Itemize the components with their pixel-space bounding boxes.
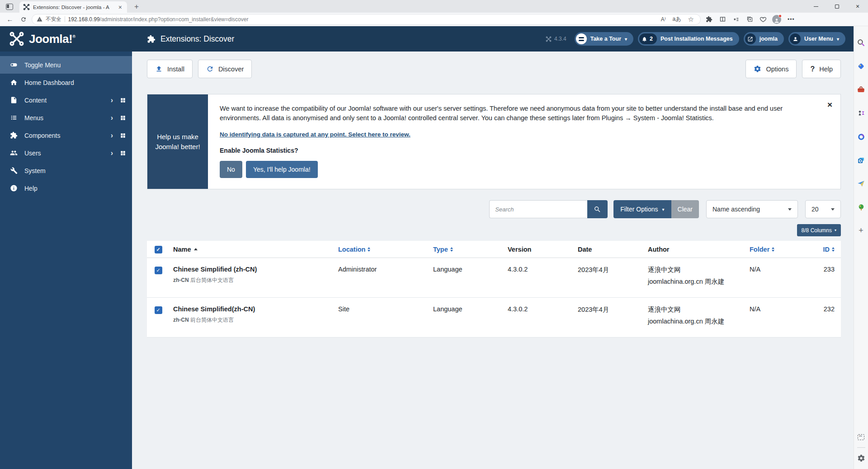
no-button[interactable]: No: [220, 161, 242, 178]
translate-icon[interactable]: aあ: [671, 15, 683, 23]
extension-subtitle: zh-CN 后台简体中文语言: [173, 277, 335, 284]
location-cell: Administrator: [335, 266, 429, 297]
toggle-icon: [10, 61, 18, 69]
dashboard-grid-icon[interactable]: [120, 150, 126, 156]
table-row: Chinese Simplified (zh-CN) zh-CN 后台简体中文语…: [147, 258, 841, 298]
browser-toolbar: ← 不安全 192.168.0.99/administrator/index.p…: [0, 13, 868, 26]
date-cell: 2023年4月: [574, 266, 644, 297]
column-header-type[interactable]: Type: [433, 246, 453, 253]
extension-subtitle: zh-CN 前台简体中文语言: [173, 316, 335, 324]
extensions-icon[interactable]: [703, 14, 714, 25]
search-input[interactable]: [489, 200, 587, 218]
columns-dropdown-button[interactable]: 8/8 Columns ▾: [797, 224, 841, 236]
limit-select[interactable]: 20: [805, 200, 841, 218]
back-button[interactable]: ←: [5, 14, 15, 25]
collections-icon[interactable]: [744, 14, 755, 25]
screenshot-icon[interactable]: [856, 432, 866, 442]
sidebar-item-system[interactable]: System: [0, 162, 132, 179]
discover-button[interactable]: Discover: [198, 60, 252, 78]
id-cell: 233: [807, 266, 841, 297]
sidebar-item-menus[interactable]: Menus ›: [0, 109, 132, 127]
window-close-button[interactable]: ×: [847, 0, 868, 13]
sidebar-search-icon[interactable]: [856, 38, 866, 47]
table-row: Chinese Simplified(zh-CN) zh-CN 前台简体中文语言…: [147, 298, 841, 338]
post-installation-messages-button[interactable]: 2 Post Installation Messages: [638, 32, 739, 46]
chevron-right-icon: ›: [111, 131, 113, 140]
browser-essentials-icon[interactable]: [758, 14, 769, 25]
stats-body: We want to increase the compatibility of…: [220, 104, 803, 122]
new-tab-button[interactable]: +: [132, 2, 142, 11]
column-header-id[interactable]: ID: [823, 246, 835, 253]
chevron-right-icon: ›: [111, 96, 113, 104]
refresh-icon: [20, 16, 27, 23]
sidebar-item-toggle-menu[interactable]: Toggle Menu: [0, 56, 132, 74]
install-button[interactable]: Install: [147, 60, 193, 78]
joomla-logo-icon: [9, 31, 24, 47]
gear-icon: [754, 65, 761, 73]
extension-name: Chinese Simplified(zh-CN): [173, 305, 335, 313]
browser-menu-icon[interactable]: •••: [785, 16, 797, 23]
row-checkbox[interactable]: [155, 267, 162, 274]
stats-review-link[interactable]: No identifying data is captured at any p…: [220, 131, 410, 138]
sidebar-microsoft-365-icon[interactable]: [856, 132, 866, 141]
extension-name: Chinese Simplified (zh-CN): [173, 266, 335, 273]
window-controls: ×: [806, 0, 868, 13]
stats-aside: Help us make Joomla! better!: [147, 94, 208, 189]
refresh-button[interactable]: [18, 14, 29, 25]
maximize-icon: [835, 5, 839, 9]
sidebar-shopping-icon[interactable]: [856, 61, 866, 71]
search-button[interactable]: [587, 200, 608, 218]
column-header-location[interactable]: Location: [338, 246, 370, 253]
profile-button[interactable]: [771, 14, 782, 25]
take-a-tour-button[interactable]: Take a Tour ▾: [575, 32, 633, 46]
info-icon: [10, 184, 18, 192]
split-screen-icon[interactable]: [717, 14, 728, 25]
dashboard-grid-icon[interactable]: [120, 115, 126, 121]
window-minimize-button[interactable]: [806, 0, 826, 13]
clear-button[interactable]: Clear: [671, 200, 699, 218]
column-header-version: Version: [504, 246, 574, 253]
column-header-folder[interactable]: Folder: [750, 246, 774, 253]
address-bar[interactable]: 不安全 192.168.0.99/administrator/index.php…: [32, 14, 701, 25]
sidebar-item-components[interactable]: Components ›: [0, 127, 132, 144]
select-all-checkbox[interactable]: [155, 246, 162, 253]
window-maximize-button[interactable]: [826, 0, 847, 13]
joomla-version-icon: [546, 36, 552, 42]
sidebar-item-home-dashboard[interactable]: Home Dashboard: [0, 74, 132, 91]
author-cell: 逐浪中文网 joomlachina.org.cn 周永建: [644, 266, 746, 297]
row-checkbox[interactable]: [155, 306, 162, 314]
sidebar-item-content[interactable]: Content ›: [0, 91, 132, 109]
dashboard-grid-icon[interactable]: [120, 132, 126, 139]
yes-help-button[interactable]: Yes, I'll help Joomla!: [246, 161, 318, 178]
select-caret-icon: [788, 208, 792, 211]
not-secure-icon: [37, 16, 42, 22]
close-icon[interactable]: ×: [827, 100, 832, 110]
site-preview-button[interactable]: joomla: [744, 32, 784, 46]
read-aloud-icon[interactable]: A⁾: [659, 16, 668, 23]
column-header-name[interactable]: Name: [173, 246, 198, 253]
sort-select[interactable]: Name ascending: [706, 200, 798, 218]
sidebar-outlook-icon[interactable]: [856, 155, 866, 165]
dashboard-grid-icon[interactable]: [120, 97, 126, 103]
sidebar-toolbox-icon[interactable]: [856, 85, 866, 94]
joomla-statistics-panel: Help us make Joomla! better! × We want t…: [147, 94, 841, 189]
sidebar-item-help[interactable]: Help: [0, 179, 132, 197]
sidebar-add-icon[interactable]: +: [856, 226, 866, 235]
favorite-star-icon[interactable]: ☆: [686, 15, 696, 23]
sidebar-item-users[interactable]: Users ›: [0, 144, 132, 162]
sidebar-drop-icon[interactable]: [856, 179, 866, 188]
filter-options-button[interactable]: Filter Options ▾: [613, 200, 671, 218]
options-button[interactable]: Options: [745, 60, 797, 78]
sidebar-settings-gear-icon[interactable]: [856, 453, 866, 463]
user-menu-button[interactable]: User Menu ▾: [788, 32, 845, 46]
sidebar-tree-icon[interactable]: [856, 202, 866, 212]
tab-close-icon[interactable]: ×: [117, 4, 123, 11]
help-button[interactable]: ? Help: [802, 60, 841, 78]
edge-sidebar: +: [854, 26, 868, 469]
tab-layout-icon[interactable]: [6, 4, 13, 10]
sidebar-games-icon[interactable]: [856, 108, 866, 118]
question-icon: ?: [810, 65, 815, 73]
browser-tab[interactable]: Extensions: Discover - joomla - A ×: [19, 1, 127, 13]
upload-icon: [155, 65, 163, 73]
favorites-icon[interactable]: [731, 14, 741, 25]
